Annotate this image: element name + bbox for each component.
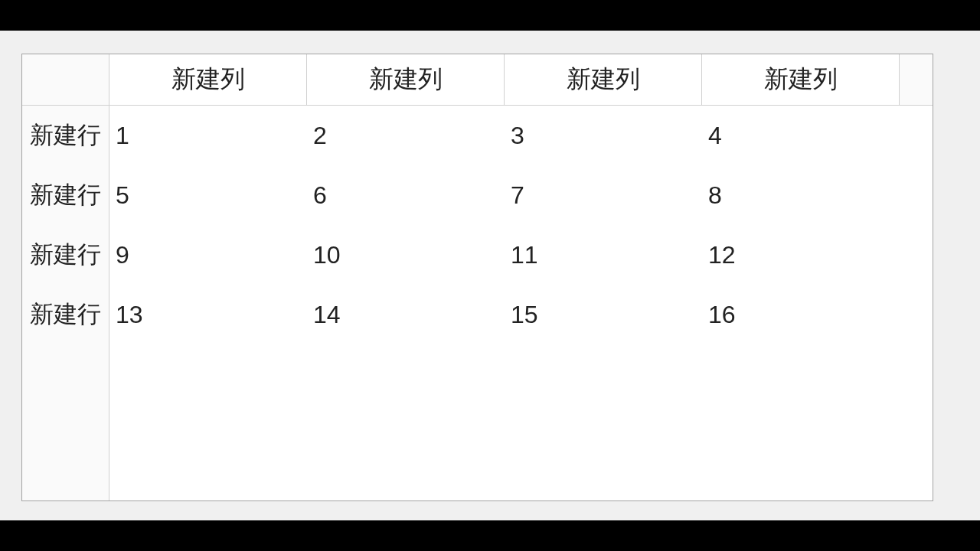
cell-r1-c3[interactable]: 3 <box>505 106 702 165</box>
column-header-1[interactable]: 新建列 <box>109 54 307 105</box>
canvas-area: 新建列 新建列 新建列 新建列 新建行 新建行 新建行 新建行 1 2 3 4 <box>0 31 980 520</box>
cell-r2-c3[interactable]: 7 <box>505 165 702 225</box>
letterbox-top <box>0 0 980 31</box>
cell-r4-c4[interactable]: 16 <box>702 285 900 344</box>
row-header-2[interactable]: 新建行 <box>22 165 109 225</box>
table-body: 1 2 3 4 5 6 7 8 9 10 11 12 <box>109 106 933 500</box>
column-header-row: 新建列 新建列 新建列 新建列 <box>22 54 933 106</box>
cell-r3-c2[interactable]: 10 <box>307 225 505 285</box>
cell-r1-c2[interactable]: 2 <box>307 106 505 165</box>
cell-r3-c3[interactable]: 11 <box>505 225 702 285</box>
row-header-3[interactable]: 新建行 <box>22 225 109 285</box>
table-row: 13 14 15 16 <box>109 285 933 344</box>
cell-r2-c1[interactable]: 5 <box>109 165 307 225</box>
cell-r1-c4[interactable]: 4 <box>702 106 900 165</box>
cell-r2-c4[interactable]: 8 <box>702 165 900 225</box>
cell-r2-c2[interactable]: 6 <box>307 165 505 225</box>
cell-r1-c1[interactable]: 1 <box>109 106 307 165</box>
column-header-3[interactable]: 新建列 <box>505 54 702 105</box>
data-table[interactable]: 新建列 新建列 新建列 新建列 新建行 新建行 新建行 新建行 1 2 3 4 <box>21 54 933 501</box>
table-row: 5 6 7 8 <box>109 165 933 225</box>
cell-r4-c3[interactable]: 15 <box>505 285 702 344</box>
letterbox-bottom <box>0 520 980 551</box>
row-header-1[interactable]: 新建行 <box>22 106 109 165</box>
table-row: 9 10 11 12 <box>109 225 933 285</box>
cell-r3-c1[interactable]: 9 <box>109 225 307 285</box>
column-header-2[interactable]: 新建列 <box>307 54 505 105</box>
cell-r4-c1[interactable]: 13 <box>109 285 307 344</box>
row-header-4[interactable]: 新建行 <box>22 285 109 344</box>
row-headers-column: 新建行 新建行 新建行 新建行 <box>22 106 109 500</box>
column-header-spacer <box>900 54 933 105</box>
table-corner-cell[interactable] <box>22 54 109 105</box>
cell-r4-c2[interactable]: 14 <box>307 285 505 344</box>
column-header-4[interactable]: 新建列 <box>702 54 900 105</box>
cell-r3-c4[interactable]: 12 <box>702 225 900 285</box>
table-row: 1 2 3 4 <box>109 106 933 165</box>
